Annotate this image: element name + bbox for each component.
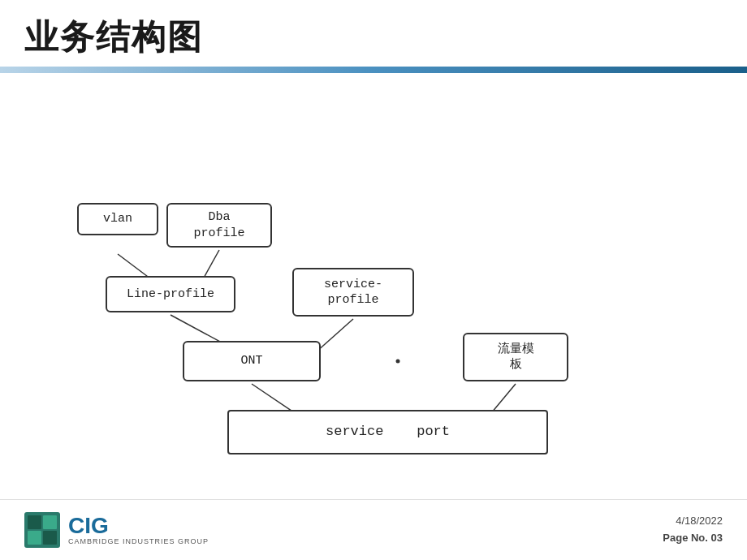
title-area: 业务结构图 [0, 0, 747, 60]
diagram-area: vlan Dbaprofile Line-profile service-pro… [0, 73, 747, 471]
footer: CIG Cambridge Industries Group 4/18/2022… [0, 499, 747, 560]
page-title: 业务结构图 [24, 15, 723, 60]
box-traffic-template: 流量模板 [463, 333, 568, 381]
box-ont: ONT [183, 341, 321, 381]
svg-rect-9 [28, 515, 41, 529]
box-line-profile: Line-profile [106, 276, 235, 312]
footer-info: 4/18/2022 Page No. 03 [663, 513, 723, 547]
box-vlan: vlan [77, 203, 158, 235]
box-service-profile: service-profile [292, 268, 414, 317]
footer-page-number: Page No. 03 [663, 530, 723, 547]
footer-date: 4/18/2022 [663, 513, 723, 530]
cig-logo-icon [24, 512, 60, 548]
box-service-port: service port [227, 410, 548, 454]
logo-subtitle-text: Cambridge Industries Group [68, 537, 209, 545]
gradient-bar [0, 67, 747, 73]
logo-area: CIG Cambridge Industries Group [24, 512, 209, 548]
logo-text-area: CIG Cambridge Industries Group [68, 515, 209, 545]
box-dba-profile: Dbaprofile [166, 203, 272, 248]
svg-point-7 [396, 360, 400, 364]
svg-rect-10 [43, 515, 57, 529]
logo-cig-text: CIG [68, 515, 209, 537]
svg-rect-11 [28, 531, 41, 545]
svg-rect-12 [43, 531, 57, 545]
